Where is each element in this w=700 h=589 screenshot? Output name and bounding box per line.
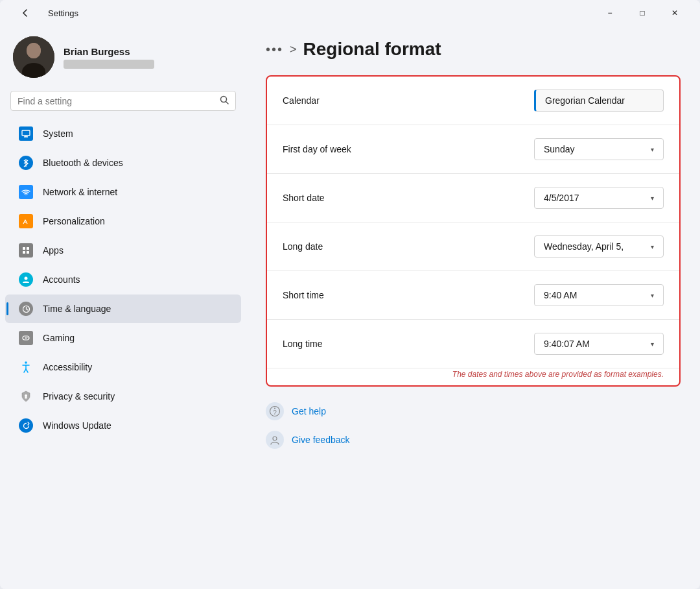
sidebar-item-personalization-label: Personalization [43,216,105,226]
short-time-value: 9:40 AM [544,290,577,300]
apps-icon [18,243,34,258]
sidebar-item-time-label: Time & language [43,304,111,314]
maximize-button[interactable]: □ [627,3,657,23]
network-icon [18,184,34,200]
long-date-label: Long date [283,241,323,252]
settings-panel: Calendar Gregorian Calendar First day of… [266,75,681,387]
bluetooth-icon [18,155,34,171]
calendar-value: Gregorian Calendar [545,95,625,106]
page-title: Regional format [303,39,441,60]
sidebar: Brian Burgess [0,26,246,589]
calendar-dropdown[interactable]: Gregorian Calendar [534,90,664,112]
sidebar-item-gaming-label: Gaming [43,333,75,343]
calendar-row: Calendar Gregorian Calendar [267,77,679,125]
avatar-image [13,36,54,78]
svg-rect-11 [23,247,25,250]
footnote-row: The dates and times above are provided a… [267,368,679,385]
back-button[interactable] [10,3,40,23]
user-info: Brian Burgess [64,46,154,69]
sidebar-item-system-label: System [43,128,73,139]
long-time-label: Long time [283,339,322,349]
svg-point-23 [28,338,29,339]
main-content: ••• > Regional format Calendar Gregorian… [246,26,700,589]
sidebar-item-accessibility[interactable]: Accessibility [5,353,241,381]
sidebar-item-accounts-label: Accounts [43,274,80,285]
give-feedback-link[interactable]: Give feedback [266,428,681,451]
sidebar-item-update-label: Windows Update [43,420,111,431]
long-time-dropdown[interactable]: 9:40:07 AM ▾ [534,333,664,355]
help-section: ? Get help Give feedback [266,400,681,451]
svg-rect-26 [25,397,27,399]
settings-window: Settings − □ ✕ [0,0,700,589]
user-profile: Brian Burgess [0,26,246,91]
search-input[interactable] [18,96,215,106]
first-day-dropdown[interactable]: Sunday ▾ [534,138,664,160]
sidebar-item-personalization[interactable]: Personalization [5,207,241,235]
svg-point-30 [273,437,277,440]
short-time-chevron: ▾ [651,292,654,299]
sidebar-item-network[interactable]: Network & internet [5,178,241,206]
gaming-icon [18,330,34,346]
sidebar-item-system[interactable]: System [5,119,241,148]
svg-rect-12 [27,247,29,250]
svg-point-3 [27,43,41,58]
get-help-label: Get help [292,406,326,416]
svg-point-22 [27,337,28,338]
short-date-chevron: ▾ [651,195,654,202]
update-icon [18,418,34,433]
svg-line-5 [226,102,229,104]
sidebar-item-apps[interactable]: Apps [5,236,241,265]
sidebar-item-update[interactable]: Windows Update [5,411,241,440]
sidebar-item-network-label: Network & internet [43,187,117,197]
system-icon [18,126,34,141]
search-box[interactable] [10,91,236,111]
short-time-dropdown[interactable]: 9:40 AM ▾ [534,284,664,306]
long-time-chevron: ▾ [651,341,654,348]
long-time-value: 9:40:07 AM [544,339,590,349]
svg-rect-13 [23,251,25,254]
titlebar: Settings − □ ✕ [0,0,700,26]
sidebar-item-bluetooth-label: Bluetooth & devices [43,158,123,168]
svg-line-18 [26,309,28,310]
short-time-label: Short time [283,290,324,300]
breadcrumb-dots: ••• [266,42,283,57]
close-button[interactable]: ✕ [660,3,690,23]
short-date-value: 4/5/2017 [544,193,579,203]
first-day-value: Sunday [544,144,574,154]
sidebar-item-bluetooth[interactable]: Bluetooth & devices [5,149,241,177]
sidebar-item-accessibility-label: Accessibility [43,362,92,372]
svg-point-25 [25,394,27,397]
avatar [13,36,54,78]
sidebar-item-privacy-label: Privacy & security [43,391,115,402]
minimize-button[interactable]: − [595,3,625,23]
get-help-link[interactable]: ? Get help [266,400,681,423]
personalization-icon [18,213,34,229]
sidebar-nav: System Bluetooth & devices [0,119,246,440]
short-date-row: Short date 4/5/2017 ▾ [267,174,679,222]
short-date-dropdown[interactable]: 4/5/2017 ▾ [534,187,664,209]
first-day-row: First day of week Sunday ▾ [267,125,679,174]
first-day-chevron: ▾ [651,146,654,153]
svg-point-15 [25,277,28,280]
long-time-row: Long time 9:40:07 AM ▾ [267,320,679,368]
time-icon [18,301,34,317]
titlebar-controls: − □ ✕ [595,3,690,23]
long-date-chevron: ▾ [651,243,654,250]
sidebar-item-time[interactable]: Time & language [5,294,241,323]
long-date-value: Wednesday, April 5, [544,241,624,252]
breadcrumb-arrow: > [290,43,297,56]
long-date-dropdown[interactable]: Wednesday, April 5, ▾ [534,235,664,258]
sidebar-item-apps-label: Apps [43,245,64,256]
get-help-icon: ? [266,402,284,420]
user-email-redacted [64,60,154,69]
sidebar-item-gaming[interactable]: Gaming [5,324,241,352]
sidebar-item-accounts[interactable]: Accounts [5,265,241,294]
accessibility-icon [18,359,34,375]
footnote-text: The dates and times above are provided a… [452,370,664,379]
first-day-label: First day of week [283,144,351,154]
svg-rect-6 [22,130,30,136]
svg-point-24 [25,361,27,364]
sidebar-item-privacy[interactable]: Privacy & security [5,382,241,411]
long-date-row: Long date Wednesday, April 5, ▾ [267,222,679,271]
svg-rect-14 [27,251,29,254]
